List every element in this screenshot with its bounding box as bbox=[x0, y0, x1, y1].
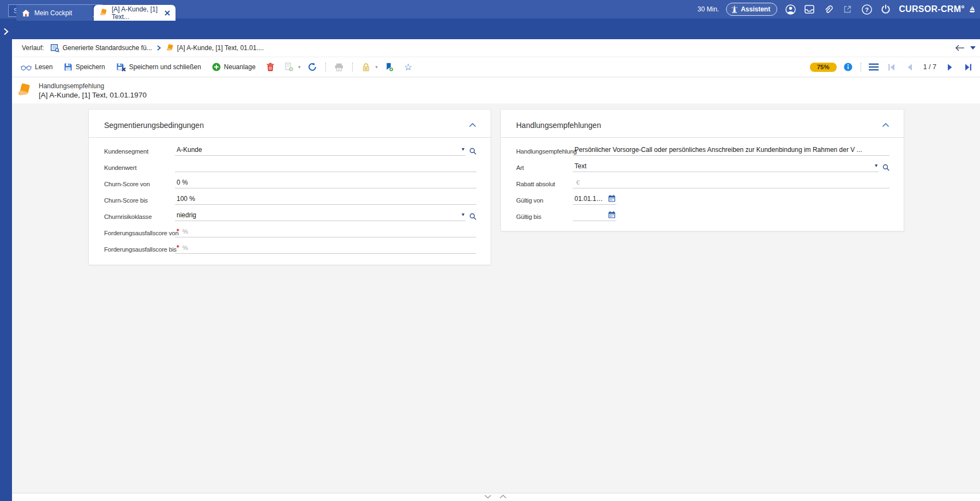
expand-bottom-chevron-icon[interactable] bbox=[499, 494, 507, 499]
lock-dropdown-icon[interactable]: ▾ bbox=[375, 64, 378, 70]
sailboat-icon bbox=[969, 5, 976, 14]
favorite-star-icon[interactable]: ☆ bbox=[402, 60, 415, 74]
panel-segmentierungsbedingungen: Segmentierungsbedingungen Kundensegment … bbox=[88, 109, 491, 265]
calendar-icon[interactable] bbox=[608, 211, 615, 218]
help-icon[interactable]: ? bbox=[861, 3, 873, 15]
panel-title: Segmentierungsbedingungen bbox=[104, 121, 204, 130]
record-header: Handlungsempfehlung [A] A-Kunde, [1] Tex… bbox=[12, 77, 980, 103]
lookup-search-icon[interactable] bbox=[469, 213, 476, 220]
field-input[interactable] bbox=[175, 162, 476, 172]
field-input[interactable]: niedrig ▾ bbox=[175, 211, 465, 221]
plus-circle-icon bbox=[212, 63, 221, 71]
bookmark-add-icon[interactable] bbox=[383, 60, 396, 74]
assistant-label: Assistent bbox=[741, 5, 770, 13]
field-input[interactable]: 01.01.1970 bbox=[573, 194, 616, 205]
history-dropdown-icon[interactable] bbox=[970, 46, 976, 50]
recommendation-record-icon bbox=[16, 83, 32, 98]
dropdown-arrow-icon[interactable]: ▾ bbox=[462, 146, 464, 152]
power-logout-icon[interactable] bbox=[880, 3, 892, 15]
delete-icon[interactable] bbox=[264, 60, 277, 74]
last-page-icon[interactable] bbox=[961, 60, 975, 74]
field-label: Churn-Score von bbox=[104, 181, 175, 188]
inbox-icon[interactable] bbox=[803, 3, 815, 15]
breadcrumb-label: Verlauf: bbox=[22, 44, 44, 52]
field-label: Kundensegment bbox=[104, 148, 175, 156]
dropdown-arrow-icon[interactable]: ▾ bbox=[875, 163, 878, 169]
field-label: Rabatt absolut bbox=[516, 181, 573, 188]
tab-label: [A] A-Kunde, [1] Text... bbox=[112, 5, 160, 21]
new-record-button[interactable]: Neuanlage bbox=[209, 60, 258, 74]
tab-record[interactable]: [A] A-Kunde, [1] Text... bbox=[94, 5, 176, 21]
link-icon[interactable] bbox=[822, 3, 834, 15]
field-row: Churn-Score bis 100 % bbox=[104, 190, 476, 206]
field-input[interactable]: A-Kunde ▾ bbox=[175, 145, 465, 156]
field-label: Gültig von bbox=[516, 197, 573, 205]
toolbar-separator bbox=[352, 63, 353, 71]
external-link-icon[interactable] bbox=[842, 3, 854, 15]
save-and-close-button[interactable]: Speichern und schließen bbox=[113, 60, 204, 74]
field-label: Kundenwert bbox=[104, 164, 175, 172]
field-label: Forderungsausfallscore bis bbox=[104, 246, 175, 254]
collapse-panel-chevron-icon[interactable] bbox=[882, 123, 890, 127]
first-page-icon[interactable] bbox=[885, 60, 898, 74]
field-input[interactable] bbox=[573, 211, 616, 221]
field-input[interactable]: Text ▾ bbox=[573, 162, 879, 172]
lookup-search-icon[interactable] bbox=[469, 148, 476, 155]
info-icon[interactable] bbox=[842, 60, 855, 74]
field-input[interactable]: 100 % bbox=[175, 194, 476, 205]
field-label: Art bbox=[516, 164, 573, 172]
calendar-icon[interactable] bbox=[608, 195, 615, 202]
copy-record-icon[interactable] bbox=[282, 60, 295, 74]
save-button[interactable]: Speichern bbox=[61, 60, 108, 74]
field-value: 100 % bbox=[177, 195, 195, 203]
brand-logo: CURSOR-CRM° bbox=[899, 4, 965, 14]
save-icon bbox=[64, 63, 72, 71]
panel-handlungsempfehlungen: Handlungsempfehlungen Handlungsempfehlun… bbox=[500, 109, 904, 231]
field-placeholder: % bbox=[183, 245, 188, 251]
close-tab-icon[interactable] bbox=[165, 9, 170, 16]
lock-icon[interactable] bbox=[359, 60, 372, 74]
field-value: niedrig bbox=[177, 211, 196, 219]
refresh-icon[interactable] bbox=[306, 60, 319, 74]
field-label: Handlungsempfehlung bbox=[516, 148, 573, 156]
saved-search-icon bbox=[51, 44, 59, 52]
toolbar-separator bbox=[861, 63, 861, 71]
expand-sidebar-chevron-icon[interactable] bbox=[2, 27, 10, 36]
previous-page-icon[interactable] bbox=[903, 60, 916, 74]
field-row: Forderungsausfallscore bis * % bbox=[104, 239, 476, 255]
user-profile-icon[interactable] bbox=[784, 3, 796, 15]
field-input[interactable]: * % bbox=[175, 243, 476, 254]
svg-text:?: ? bbox=[865, 6, 869, 13]
copy-dropdown-icon[interactable]: ▾ bbox=[298, 64, 301, 70]
read-button[interactable]: Lesen bbox=[18, 60, 56, 74]
history-back-icon[interactable] bbox=[955, 45, 965, 51]
field-label: Churn-Score bis bbox=[104, 197, 175, 205]
toolbar: Lesen Speichern Speichern und schließen … bbox=[12, 57, 980, 77]
bottom-panel-bar bbox=[12, 493, 980, 501]
assistant-button[interactable]: Assistent bbox=[726, 3, 777, 16]
field-input[interactable]: 0 % bbox=[175, 178, 476, 188]
field-input[interactable]: € bbox=[573, 178, 890, 188]
lookup-search-icon[interactable] bbox=[882, 164, 890, 171]
collapse-bottom-chevron-icon[interactable] bbox=[484, 494, 492, 499]
field-row: Handlungsempfehlung Persönlicher Vorsorg… bbox=[516, 141, 890, 157]
field-placeholder: % bbox=[183, 228, 188, 235]
collapse-panel-chevron-icon[interactable] bbox=[469, 123, 476, 127]
menu-icon[interactable] bbox=[867, 60, 880, 74]
next-page-icon[interactable] bbox=[943, 60, 957, 74]
field-label: Forderungsausfallscore von bbox=[104, 230, 175, 237]
field-row: Kundenwert bbox=[104, 157, 476, 174]
print-icon[interactable] bbox=[332, 60, 346, 74]
home-icon bbox=[22, 9, 30, 17]
dropdown-arrow-icon[interactable]: ▾ bbox=[462, 212, 464, 218]
field-input[interactable]: Persönlicher Vorsorge-Call oder persönli… bbox=[573, 145, 890, 156]
data-quality-badge[interactable]: 75% bbox=[810, 63, 837, 72]
field-row: Gültig bis bbox=[516, 206, 890, 223]
field-value: 0 % bbox=[177, 179, 188, 186]
glasses-icon bbox=[21, 64, 32, 71]
field-input[interactable]: * % bbox=[175, 227, 476, 237]
field-label: Gültig bis bbox=[516, 213, 573, 221]
tab-mein-cockpit[interactable]: Mein Cockpit bbox=[16, 5, 93, 21]
breadcrumb-item-search[interactable]: Generierte Standardsuche fü... bbox=[51, 44, 152, 52]
breadcrumb-item-record[interactable]: [A] A-Kunde, [1] Text, 01.01.... bbox=[166, 44, 264, 52]
